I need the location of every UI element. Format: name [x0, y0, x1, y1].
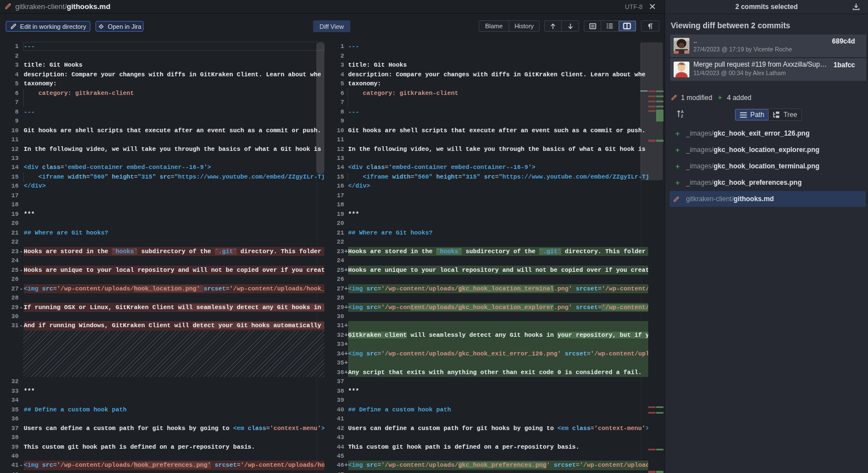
svg-text:Z: Z	[681, 114, 683, 118]
svg-text:A: A	[681, 110, 684, 114]
